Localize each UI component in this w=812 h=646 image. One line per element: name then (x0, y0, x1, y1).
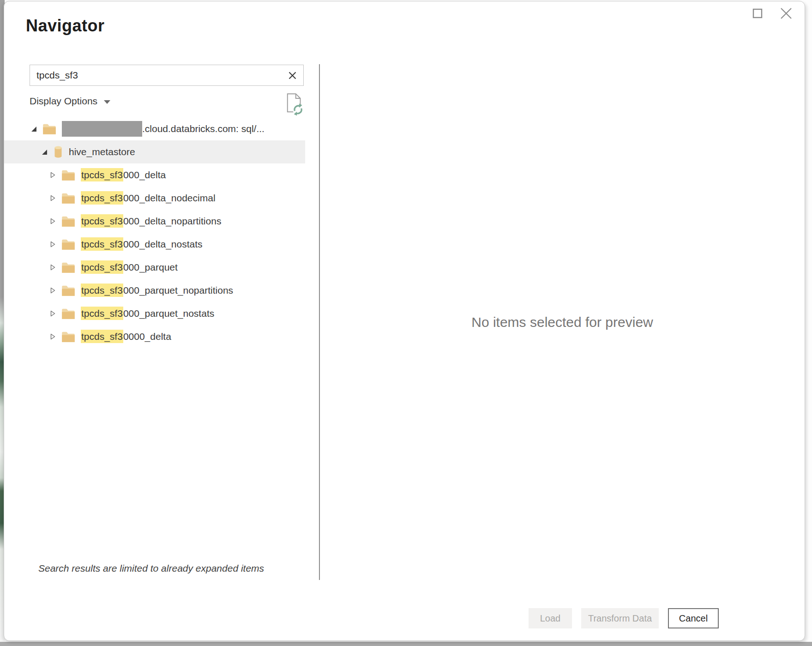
chevron-down-icon (104, 100, 110, 104)
tree-row-schema[interactable]: tpcds_sf30000_delta (4, 325, 305, 348)
navigator-dialog: Navigator Display Options (4, 1, 805, 641)
schema-label: tpcds_sf3000_parquet_nopartitions (81, 285, 233, 296)
tree-row-schema[interactable]: tpcds_sf3000_delta (4, 163, 305, 187)
tree-row-schema[interactable]: tpcds_sf3000_delta_nopartitions (4, 210, 305, 233)
tree-row-schema[interactable]: tpcds_sf3000_parquet_nostats (4, 302, 305, 325)
database-icon (53, 145, 63, 158)
triangle-collapsed-icon[interactable] (49, 241, 56, 248)
tree-row-hive-metastore[interactable]: hive_metastore (4, 140, 305, 163)
display-options-dropdown[interactable]: Display Options (30, 96, 110, 107)
search-limit-note: Search results are limited to already ex… (38, 563, 264, 574)
window-controls (751, 7, 793, 20)
folder-icon (61, 193, 75, 204)
x-icon (288, 71, 297, 80)
redacted-hostname (62, 121, 142, 137)
preview-pane: No items selected for preview (320, 64, 805, 580)
close-icon (780, 7, 792, 19)
folder-icon (61, 331, 75, 343)
tree-row-schema[interactable]: tpcds_sf3000_delta_nodecimal (4, 187, 305, 210)
schema-label: tpcds_sf3000_delta (81, 169, 166, 181)
triangle-collapsed-icon[interactable] (49, 172, 56, 178)
cancel-button[interactable]: Cancel (668, 608, 719, 628)
triangle-collapsed-icon[interactable] (49, 218, 56, 224)
file-refresh-icon (285, 93, 304, 116)
triangle-collapsed-icon[interactable] (49, 287, 56, 294)
dialog-bottom-shadow (0, 642, 812, 646)
schema-label: tpcds_sf3000_delta_nostats (81, 239, 203, 250)
triangle-collapsed-icon[interactable] (49, 333, 56, 340)
folder-icon (61, 308, 75, 320)
folder-icon (42, 123, 56, 135)
triangle-expanded-icon[interactable] (41, 149, 48, 155)
triangle-collapsed-icon[interactable] (49, 310, 56, 317)
folder-icon (61, 262, 75, 273)
schema-label: tpcds_sf3000_delta_nopartitions (81, 216, 221, 227)
search-box (30, 65, 304, 86)
maximize-button[interactable] (751, 7, 764, 20)
triangle-expanded-icon[interactable] (30, 126, 37, 132)
schema-label: tpcds_sf3000_delta_nodecimal (81, 193, 216, 204)
load-button[interactable]: Load (529, 608, 572, 628)
triangle-collapsed-icon[interactable] (49, 264, 56, 271)
folder-icon (61, 239, 75, 250)
schema-label: tpcds_sf3000_parquet_nostats (81, 308, 214, 319)
footer-buttons: Load Transform Data Cancel (529, 608, 719, 628)
close-button[interactable] (780, 7, 793, 20)
screen: Navigator Display Options (0, 0, 812, 646)
tree-row-schema[interactable]: tpcds_sf3000_parquet (4, 256, 305, 279)
schema-label: tpcds_sf30000_delta (81, 331, 171, 342)
page-title: Navigator (26, 16, 105, 36)
tree-row-server[interactable]: .cloud.databricks.com: sql/... (4, 117, 305, 140)
folder-icon (61, 285, 75, 296)
server-label: .cloud.databricks.com: sql/... (142, 123, 265, 134)
triangle-collapsed-icon[interactable] (49, 195, 56, 201)
navigator-tree: .cloud.databricks.com: sql/... hive_meta… (4, 117, 305, 348)
tree-row-schema[interactable]: tpcds_sf3000_parquet_nopartitions (4, 279, 305, 302)
transform-data-button[interactable]: Transform Data (581, 608, 659, 628)
preview-empty-message: No items selected for preview (471, 314, 653, 330)
search-input[interactable] (30, 70, 281, 81)
maximize-icon (752, 8, 763, 18)
clear-search-button[interactable] (281, 65, 303, 85)
tree-row-schema[interactable]: tpcds_sf3000_delta_nostats (4, 233, 305, 256)
database-label: hive_metastore (69, 146, 135, 157)
schema-label: tpcds_sf3000_parquet (81, 262, 178, 273)
folder-icon (61, 216, 75, 227)
display-options-label: Display Options (30, 96, 97, 107)
folder-icon (61, 169, 75, 181)
refresh-button[interactable] (285, 93, 304, 116)
